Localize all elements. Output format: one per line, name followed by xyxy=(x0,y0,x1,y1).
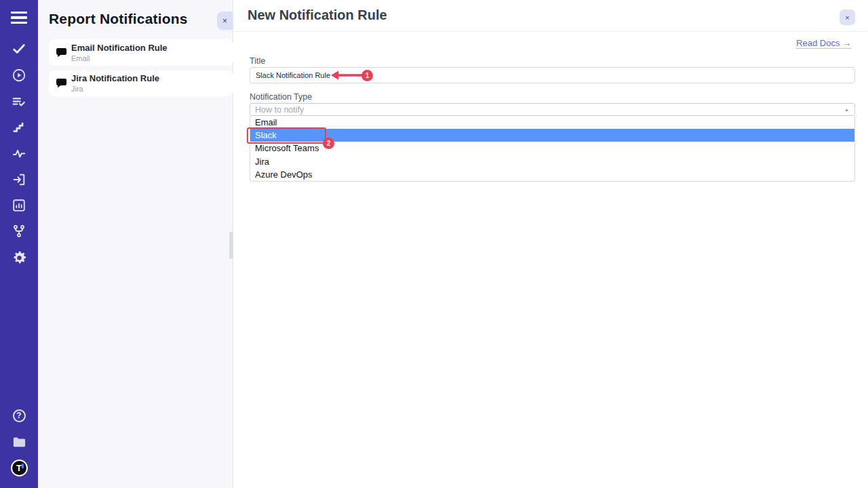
help-icon[interactable]: ? xyxy=(0,407,38,424)
settings-gear-icon[interactable] xyxy=(0,249,38,266)
chat-bubble-icon xyxy=(55,46,68,60)
option-email[interactable]: Email xyxy=(250,116,854,129)
dialog-close-button[interactable]: × xyxy=(840,9,855,25)
dialog-header: New Notification Rule xyxy=(234,0,868,32)
close-icon: × xyxy=(222,16,227,26)
chevron-up-icon: ▲ xyxy=(844,107,854,111)
rule-title: Jira Notification Rule xyxy=(71,73,159,84)
new-notification-rule-dialog: New Notification Rule × Read Docs → Titl… xyxy=(234,0,868,488)
check-icon[interactable] xyxy=(0,41,38,57)
steps-icon[interactable] xyxy=(0,119,38,136)
sidebar-rail: ? T xyxy=(0,0,38,488)
play-circle-icon[interactable] xyxy=(0,67,38,83)
option-microsoft-teams[interactable]: Microsoft Teams xyxy=(250,142,854,155)
report-notifications-panel: Report Notifications × Email Notificatio… xyxy=(38,0,233,488)
panel-close-button[interactable]: × xyxy=(217,12,233,30)
option-azure-devops[interactable]: Azure DevOps xyxy=(250,168,854,181)
list-item-email-rule[interactable]: Email Notification Rule Email xyxy=(49,39,233,66)
select-placeholder: How to notify xyxy=(250,105,844,115)
question-mark-icon: ? xyxy=(13,409,26,422)
menu-icon[interactable] xyxy=(0,10,38,25)
rule-subtitle: Jira xyxy=(71,84,159,94)
rule-title: Email Notification Rule xyxy=(71,43,167,54)
dialog-title: New Notification Rule xyxy=(248,7,387,23)
read-docs-link[interactable]: Read Docs → xyxy=(796,38,851,49)
chat-bubble-icon xyxy=(55,77,68,90)
hamburger-icon xyxy=(11,12,27,24)
title-input[interactable] xyxy=(250,67,855,83)
folders-icon[interactable] xyxy=(0,434,38,450)
sign-in-icon[interactable] xyxy=(0,171,38,188)
bar-chart-icon[interactable] xyxy=(0,197,38,214)
activity-icon[interactable] xyxy=(0,146,38,162)
option-jira[interactable]: Jira xyxy=(250,155,854,168)
rule-subtitle: Email xyxy=(71,54,167,63)
panel-title: Report Notifications xyxy=(49,11,188,27)
app-logo[interactable]: T xyxy=(0,460,38,476)
notification-type-options: Email Slack Microsoft Teams Jira Azure D… xyxy=(250,116,855,182)
close-icon: × xyxy=(845,14,849,22)
panel-resize-handle[interactable] xyxy=(229,232,233,259)
git-fork-icon[interactable] xyxy=(0,223,38,239)
type-field-label: Notification Type xyxy=(250,92,312,102)
logo-t-icon: T xyxy=(11,460,28,476)
notification-type-select[interactable]: How to notify ▲ xyxy=(250,103,855,116)
title-field-label: Title xyxy=(250,56,265,66)
list-check-icon[interactable] xyxy=(0,94,38,110)
list-item-jira-rule[interactable]: Jira Notification Rule Jira xyxy=(49,70,233,96)
option-slack[interactable]: Slack xyxy=(250,129,854,142)
